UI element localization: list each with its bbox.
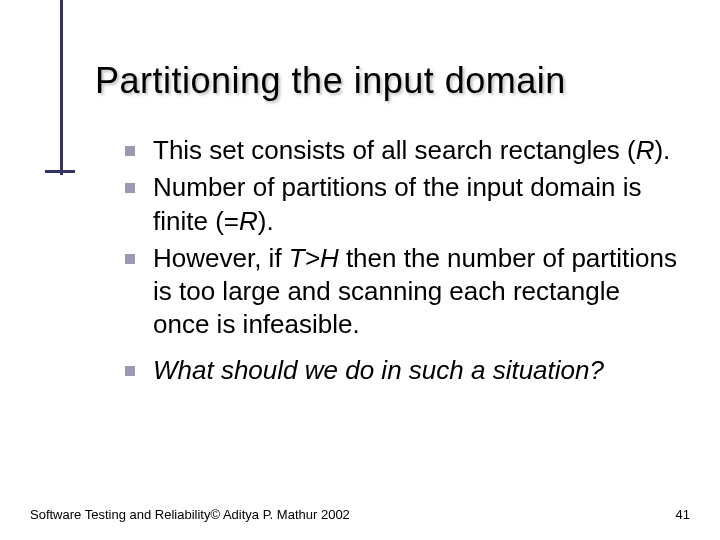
slide-footer: Software Testing and Reliability© Aditya… — [30, 507, 690, 522]
bullet-text: However, if T>H then the number of parti… — [153, 242, 680, 342]
accent-vertical-line — [60, 0, 63, 175]
bullet-text: What should we do in such a situation? — [153, 354, 604, 387]
bullet-item: This set consists of all search rectangl… — [125, 134, 680, 167]
square-bullet-icon — [125, 183, 135, 193]
footer-page-number: 41 — [676, 507, 690, 522]
square-bullet-icon — [125, 146, 135, 156]
bullet-item: Number of partitions of the input domain… — [125, 171, 680, 238]
bullet-item: What should we do in such a situation? — [125, 354, 680, 387]
footer-left: Software Testing and Reliability© Aditya… — [30, 507, 350, 522]
slide-content: This set consists of all search rectangl… — [125, 134, 680, 387]
slide: Partitioning the input domain This set c… — [0, 0, 720, 540]
bullet-item: However, if T>H then the number of parti… — [125, 242, 680, 342]
bullet-text: Number of partitions of the input domain… — [153, 171, 680, 238]
square-bullet-icon — [125, 366, 135, 376]
slide-title: Partitioning the input domain — [95, 60, 680, 102]
square-bullet-icon — [125, 254, 135, 264]
accent-horizontal-tick — [45, 170, 75, 173]
bullet-text: This set consists of all search rectangl… — [153, 134, 670, 167]
